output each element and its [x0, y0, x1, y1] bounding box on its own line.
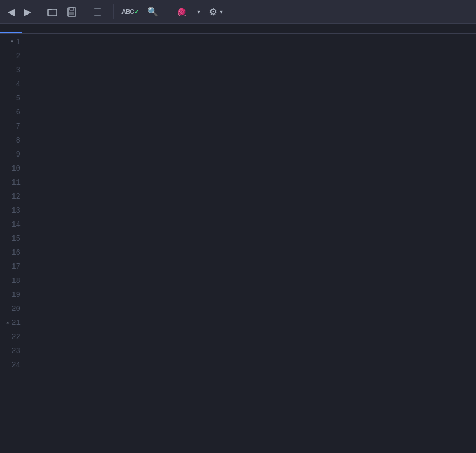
line-number-20: 20 [4, 302, 21, 316]
code-area[interactable] [27, 34, 476, 443]
line-number-15: 15 [4, 232, 21, 246]
line-number-5: 5 [4, 91, 21, 105]
svg-rect-4 [69, 12, 74, 15]
tab-source[interactable] [0, 24, 22, 33]
line-number-11: 11 [4, 175, 21, 190]
line-number-10: 10 [4, 161, 21, 175]
line-number-19: 19 [4, 288, 21, 302]
check-icon: ✓ [134, 8, 139, 16]
knit-on-save-toggle[interactable] [90, 6, 109, 18]
line-number-21: ▴ 21 [4, 316, 21, 330]
knit-icon: 🧶 [177, 8, 186, 16]
line-number-4: 4 [4, 77, 21, 91]
divider-3 [113, 4, 114, 19]
divider-1 [39, 4, 39, 19]
knit-group: 🧶 ▾ [173, 5, 203, 18]
back-button[interactable]: ◀ [4, 4, 18, 20]
line-number-22: 22 [4, 330, 21, 344]
open-button[interactable] [44, 4, 61, 19]
knit-dropdown-button[interactable]: ▾ [194, 6, 203, 18]
line-number-13: 13 [4, 204, 21, 218]
line-number-17: 17 [4, 260, 21, 274]
gear-dropdown-arrow: ▾ [220, 8, 223, 16]
tabs-bar [0, 24, 476, 34]
line-number-24: 24 [4, 358, 21, 372]
toolbar: ◀ ▶ ABC ✓ 🔍 🧶 ▾ ⚙ ▾ [0, 0, 476, 24]
divider-4 [166, 4, 166, 19]
forward-button[interactable]: ▶ [21, 4, 35, 20]
line-number-3: 3 [4, 63, 21, 77]
line-number-14: 14 [4, 218, 21, 232]
line-number-23: 23 [4, 344, 21, 358]
divider-2 [85, 4, 85, 19]
line-number-16: 16 [4, 246, 21, 260]
spellcheck-button[interactable]: ABC ✓ [118, 6, 142, 18]
line-number-8: 8 [4, 133, 21, 147]
fold-arrow-1[interactable]: ▾ [11, 35, 14, 49]
gear-icon: ⚙ [209, 6, 217, 18]
fold-arrow-21[interactable]: ▴ [6, 316, 9, 330]
save-button[interactable] [63, 4, 80, 19]
line-number-18: 18 [4, 274, 21, 288]
settings-button[interactable]: ⚙ ▾ [206, 4, 226, 20]
tab-visual[interactable] [22, 24, 43, 33]
knit-on-save-checkbox[interactable] [94, 8, 101, 16]
line-number-9: 9 [4, 147, 21, 161]
line-number-1: ▾ 1 [4, 35, 21, 49]
line-number-6: 6 [4, 105, 21, 119]
line-number-7: 7 [4, 119, 21, 133]
search-button[interactable]: 🔍 [144, 4, 161, 19]
line-number-2: 2 [4, 49, 21, 63]
knit-button[interactable]: 🧶 [173, 5, 194, 18]
abc-icon: ABC [121, 8, 134, 16]
editor: ▾ 1 2 3 4 5 6 7 8 9 10 11 12 13 14 15 16… [0, 34, 476, 443]
line-number-12: 12 [4, 190, 21, 204]
line-numbers: ▾ 1 2 3 4 5 6 7 8 9 10 11 12 13 14 15 16… [0, 34, 27, 443]
